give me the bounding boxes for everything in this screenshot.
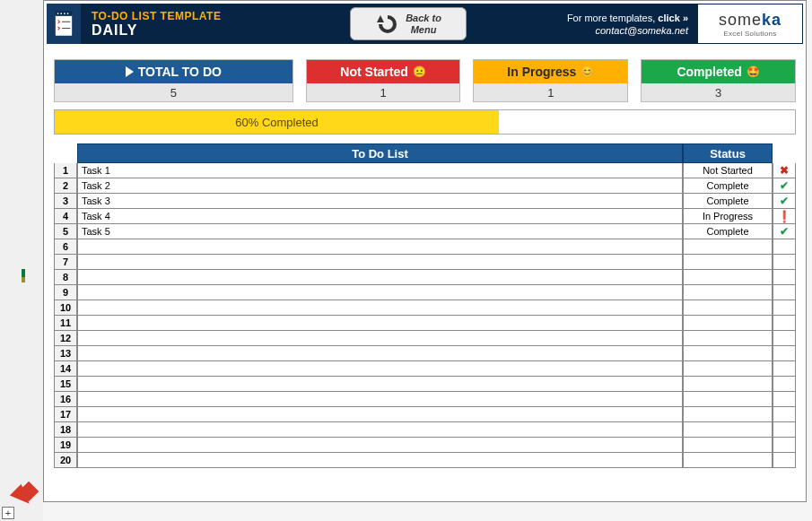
status-cell[interactable] xyxy=(683,255,773,270)
row-number: 14 xyxy=(54,361,77,377)
status-cell[interactable] xyxy=(683,331,773,346)
status-cell[interactable]: Not Started xyxy=(683,163,773,178)
template-title: TO-DO LIST TEMPLATE xyxy=(92,10,339,22)
status-cell[interactable] xyxy=(683,407,773,422)
task-cell[interactable]: Task 1 xyxy=(77,163,683,178)
status-icon xyxy=(773,407,796,422)
table-row[interactable]: 8 xyxy=(54,270,796,285)
back-to-menu-button[interactable]: Back toMenu xyxy=(350,7,467,40)
task-cell[interactable] xyxy=(77,361,683,377)
status-cell[interactable]: Complete xyxy=(683,194,773,209)
task-cell[interactable]: Task 3 xyxy=(77,194,683,209)
table-row[interactable]: 9 xyxy=(54,285,796,300)
table-row[interactable]: 2Task 2Complete✔ xyxy=(54,178,796,194)
contact-email[interactable]: contact@someka.net xyxy=(522,25,688,36)
stat-not-started: Not Started😐 1 xyxy=(306,59,461,102)
table-row[interactable]: 10 xyxy=(54,300,796,316)
task-cell[interactable] xyxy=(77,407,683,422)
row-number: 17 xyxy=(54,407,77,422)
col-status: Status xyxy=(683,143,773,163)
status-icon xyxy=(773,392,796,407)
status-icon xyxy=(773,377,796,392)
status-cell[interactable] xyxy=(683,346,773,361)
status-cell[interactable] xyxy=(683,438,773,453)
stat-completed-value: 3 xyxy=(642,83,795,101)
table-row[interactable]: 6 xyxy=(54,239,796,255)
table-row[interactable]: 1Task 1Not Started✖ xyxy=(54,163,796,178)
table-row[interactable]: 7 xyxy=(54,255,796,270)
task-cell[interactable] xyxy=(77,316,683,331)
row-number: 12 xyxy=(54,331,77,346)
task-cell[interactable] xyxy=(77,392,683,407)
table-row[interactable]: 12 xyxy=(54,331,796,346)
table-row[interactable]: 15 xyxy=(54,377,796,392)
task-cell[interactable] xyxy=(77,270,683,285)
status-icon: ✔ xyxy=(773,194,796,209)
status-icon xyxy=(773,453,796,468)
sad-face-icon: 😐 xyxy=(413,65,426,78)
neutral-face-icon: 😊 xyxy=(581,65,594,78)
task-cell[interactable] xyxy=(77,438,683,453)
table-row[interactable]: 14 xyxy=(54,361,796,377)
table-row[interactable]: 5Task 5Complete✔ xyxy=(54,224,796,239)
status-cell[interactable] xyxy=(683,316,773,331)
status-cell[interactable] xyxy=(683,453,773,468)
back-button-label: Back toMenu xyxy=(406,13,441,34)
status-cell[interactable]: Complete xyxy=(683,178,773,194)
table-row[interactable]: 4Task 4In Progress❗ xyxy=(54,209,796,224)
new-sheet-button[interactable]: + xyxy=(2,507,14,519)
row-number: 5 xyxy=(54,224,77,239)
task-cell[interactable] xyxy=(77,453,683,468)
status-cell[interactable]: Complete xyxy=(683,224,773,239)
task-cell[interactable]: Task 4 xyxy=(77,209,683,224)
row-number: 15 xyxy=(54,377,77,392)
stat-inprogress-label: In Progress xyxy=(507,65,576,79)
table-row[interactable]: 16 xyxy=(54,392,796,407)
status-icon: ✔ xyxy=(773,178,796,194)
table-row[interactable]: 13 xyxy=(54,346,796,361)
stat-total-label: TOTAL TO DO xyxy=(138,65,222,79)
status-icon: ✖ xyxy=(773,163,796,178)
row-number: 13 xyxy=(54,346,77,361)
status-cell[interactable] xyxy=(683,239,773,255)
status-icon xyxy=(773,270,796,285)
status-cell[interactable] xyxy=(683,285,773,300)
task-cell[interactable]: Task 2 xyxy=(77,178,683,194)
task-cell[interactable] xyxy=(77,239,683,255)
table-row[interactable]: 19 xyxy=(54,438,796,453)
svg-point-4 xyxy=(64,13,65,14)
status-cell[interactable] xyxy=(683,392,773,407)
task-cell[interactable] xyxy=(77,300,683,316)
row-number: 8 xyxy=(54,270,77,285)
more-templates-link[interactable]: For more templates, click » xyxy=(522,13,688,23)
stat-completed-label: Completed xyxy=(677,65,741,79)
svg-point-3 xyxy=(60,13,62,14)
task-cell[interactable] xyxy=(77,255,683,270)
task-cell[interactable] xyxy=(77,331,683,346)
row-number: 16 xyxy=(54,392,77,407)
table-row[interactable]: 20 xyxy=(54,453,796,468)
row-number: 7 xyxy=(54,255,77,270)
table-row[interactable]: 11 xyxy=(54,316,796,331)
status-cell[interactable] xyxy=(683,422,773,438)
table-row[interactable]: 17 xyxy=(54,407,796,422)
contact-block: For more templates, click » contact@some… xyxy=(513,4,697,44)
status-icon xyxy=(773,346,796,361)
status-cell[interactable]: In Progress xyxy=(683,209,773,224)
excel-outline-gutter xyxy=(0,0,43,521)
task-cell[interactable]: Task 5 xyxy=(77,224,683,239)
task-cell[interactable] xyxy=(77,422,683,438)
task-cell[interactable] xyxy=(77,377,683,392)
table-row[interactable]: 18 xyxy=(54,422,796,438)
table-row[interactable]: 3Task 3Complete✔ xyxy=(54,194,796,209)
status-cell[interactable] xyxy=(683,300,773,316)
status-icon xyxy=(773,239,796,255)
template-header: TO-DO LIST TEMPLATE DAILY Back toMenu Fo… xyxy=(47,4,803,47)
status-cell[interactable] xyxy=(683,361,773,377)
status-cell[interactable] xyxy=(683,270,773,285)
todo-icon xyxy=(47,4,81,44)
task-cell[interactable] xyxy=(77,346,683,361)
task-cell[interactable] xyxy=(77,285,683,300)
status-cell[interactable] xyxy=(683,377,773,392)
status-icon xyxy=(773,422,796,438)
